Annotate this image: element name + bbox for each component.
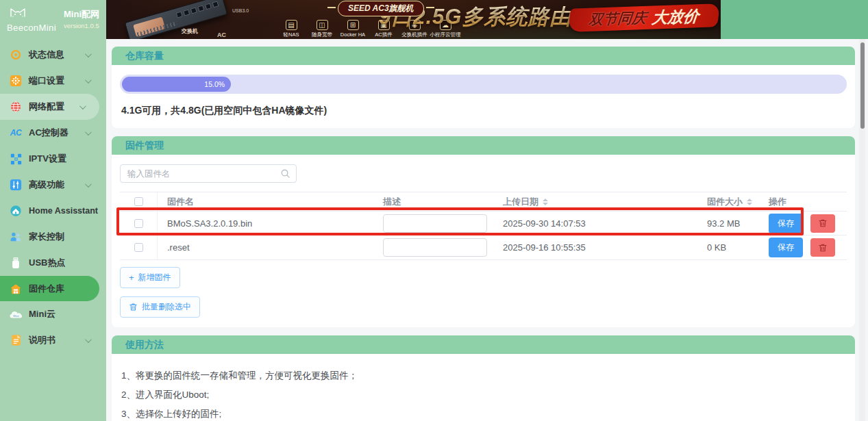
column-header-description: 描述	[373, 196, 493, 208]
nas-icon: ▤	[286, 20, 297, 30]
usage-step: 2、进入界面化Uboot;	[121, 385, 847, 405]
description-input[interactable]	[383, 238, 487, 257]
column-header-size[interactable]: 固件大小	[697, 196, 759, 208]
select-all-checkbox[interactable]	[134, 197, 143, 206]
usage-section-title: 使用方法	[112, 335, 855, 354]
sidebar: BeeconMini Mini配网 version1.0.5 状态信息 端口设置	[0, 0, 106, 421]
manual-icon	[8, 333, 23, 347]
sidebar-item-iptv-settings[interactable]: IPTV设置	[0, 146, 106, 172]
capacity-progress-fill: 15.0%	[122, 77, 231, 92]
firmware-table: 固件名 描述 上传日期 固件大小 操作	[120, 192, 847, 260]
save-button[interactable]: 保存	[769, 214, 803, 233]
upload-date: 2025-09-16 10:55:35	[493, 242, 697, 253]
size-sort-icon[interactable]	[747, 199, 752, 205]
firmware-name: .reset	[158, 242, 373, 253]
firmware-search-input[interactable]	[120, 164, 297, 183]
sidebar-item-network-config[interactable]: 网络配置	[0, 94, 99, 120]
row-checkbox[interactable]	[134, 243, 143, 252]
upload-date: 2025-09-30 14:07:53	[493, 218, 697, 229]
firmware-section-title: 固件管理	[112, 136, 855, 155]
version-label: version1.0.5	[64, 22, 99, 29]
usb-hotspot-icon	[8, 256, 23, 270]
sidebar-item-parental-control[interactable]: 家长控制	[0, 224, 106, 250]
ac-controller-icon: AC	[8, 126, 23, 140]
delete-button[interactable]	[810, 214, 835, 233]
feature-docker-ha: ⊞ Docker HA	[339, 20, 367, 38]
sidebar-item-mini-cloud[interactable]: Mini Mini云	[0, 301, 106, 327]
promo-banner[interactable]: USB3.0 交换机 AC SEED AC3旗舰机 ▤ 轻NAS ◫ 随身宽带	[106, 0, 721, 39]
chevron-down-icon	[85, 51, 92, 58]
capacity-summary-text: 4.1G可用，共4.8G(已用空间中包含HA镜像文件)	[120, 105, 847, 120]
sidebar-nav: 状态信息 端口设置 网络配置 AC	[0, 39, 106, 353]
delete-button[interactable]	[810, 238, 835, 257]
capacity-section-title: 仓库容量	[112, 47, 855, 65]
network-config-icon	[8, 100, 23, 114]
sidebar-item-usb-hotspot[interactable]: USB热点	[0, 250, 106, 276]
sidebar-item-status-info[interactable]: 状态信息	[0, 42, 106, 68]
advanced-features-icon	[8, 178, 23, 192]
parental-control-icon	[8, 230, 23, 244]
table-header-row: 固件名 描述 上传日期 固件大小 操作	[120, 192, 847, 212]
table-row: BMoS.SA3.2.0.19.bin 2025-09-30 14:07:53 …	[120, 212, 847, 235]
feature-nas: ▤ 轻NAS	[277, 20, 305, 38]
trash-icon	[818, 243, 828, 253]
usage-card: 使用方法 1、将更换的固件统一存储和管理，方便可视化更换固件； 2、进入界面化U…	[112, 335, 855, 421]
cat-logo-icon	[7, 6, 40, 23]
sidebar-item-firmware-repository[interactable]: 固件仓库	[0, 276, 99, 301]
banner-badge: SEED AC3旗舰机	[338, 1, 424, 16]
product-name: Mini配网	[64, 8, 99, 21]
usage-step: 3、选择你上传好的固件;	[121, 405, 847, 421]
search-icon	[280, 168, 290, 179]
firmware-size: 0 KB	[697, 242, 759, 253]
iptv-settings-icon	[8, 152, 23, 166]
table-row: .reset 2025-09-16 10:55:35 0 KB 保存	[120, 235, 847, 259]
capacity-progress-bar: 15.0%	[120, 75, 847, 94]
capacity-card: 仓库容量 15.0% 4.1G可用，共4.8G(已用空间中包含HA镜像文件)	[112, 47, 855, 128]
svg-text:Mini: Mini	[13, 314, 18, 318]
home-assistant-icon	[8, 204, 23, 218]
status-info-icon	[8, 48, 23, 62]
docker-ha-icon: ⊞	[347, 20, 359, 30]
banner-promo-brush: 双节同庆 大放价	[568, 3, 719, 32]
port-settings-icon	[8, 74, 23, 88]
brand-name: BeeconMini	[7, 23, 56, 32]
firmware-name: BMoS.SA3.2.0.19.bin	[158, 218, 373, 229]
description-input[interactable]	[383, 214, 487, 233]
broadband-icon: ◫	[317, 20, 328, 30]
mini-cloud-icon: Mini	[8, 307, 23, 321]
logo: BeeconMini Mini配网 version1.0.5	[0, 0, 106, 39]
row-checkbox[interactable]	[134, 219, 143, 228]
add-firmware-button[interactable]: + 新增固件	[120, 267, 180, 288]
app-window: BeeconMini Mini配网 version1.0.5 状态信息 端口设置	[0, 0, 868, 421]
trash-icon	[129, 303, 138, 311]
usage-step: 1、将更换的固件统一存储和管理，方便可视化更换固件；	[121, 366, 847, 385]
firmware-card: 固件管理 固件名 描述 上传日期	[112, 136, 855, 327]
column-header-date[interactable]: 上传日期	[493, 196, 697, 208]
firmware-size: 93.2 MB	[697, 218, 759, 229]
capacity-percent-label: 15.0%	[204, 80, 225, 88]
sidebar-item-ac-controller[interactable]: AC AC控制器	[0, 120, 106, 146]
scrollbar-thumb[interactable]	[860, 42, 865, 129]
chevron-down-icon	[85, 77, 92, 84]
plus-icon: +	[129, 272, 134, 283]
topbar: USB3.0 交换机 AC SEED AC3旗舰机 ▤ 轻NAS ◫ 随身宽带	[106, 0, 868, 39]
sidebar-item-port-settings[interactable]: 端口设置	[0, 68, 106, 94]
chevron-down-icon	[85, 336, 92, 343]
router-device-image: USB3.0 交换机 AC	[108, 0, 258, 39]
topbar-fill	[721, 0, 868, 39]
save-button[interactable]: 保存	[769, 238, 803, 257]
firmware-repository-icon	[8, 282, 23, 296]
sidebar-item-manual[interactable]: 说明书	[0, 327, 106, 353]
trash-icon	[818, 218, 828, 228]
date-sort-icon[interactable]	[543, 199, 548, 205]
chevron-down-icon	[79, 103, 86, 110]
column-header-name: 固件名	[158, 196, 373, 208]
sidebar-item-home-assistant[interactable]: Home Assisstant	[0, 198, 106, 224]
chevron-down-icon	[85, 129, 92, 136]
column-header-actions: 操作	[759, 196, 847, 208]
page-content: 仓库容量 15.0% 4.1G可用，共4.8G(已用空间中包含HA镜像文件) 固…	[106, 39, 868, 421]
sidebar-item-advanced-features[interactable]: 高级功能	[0, 172, 106, 198]
chevron-down-icon	[85, 181, 92, 188]
batch-delete-button[interactable]: 批量删除选中	[120, 296, 200, 318]
feature-broadband: ◫ 随身宽带	[308, 20, 336, 38]
